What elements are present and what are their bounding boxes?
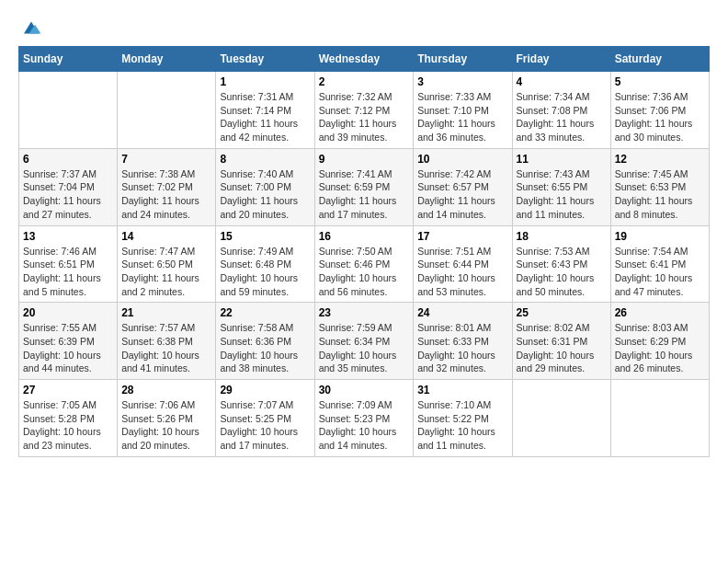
day-info: Sunrise: 8:01 AMSunset: 6:33 PMDaylight:…	[417, 321, 507, 375]
day-number: 29	[220, 384, 310, 396]
day-info: Sunrise: 7:40 AMSunset: 7:00 PMDaylight:…	[220, 167, 310, 222]
week-row-2: 6Sunrise: 7:37 AMSunset: 7:04 PMDaylight…	[19, 148, 710, 225]
day-info: Sunrise: 7:43 AMSunset: 6:55 PMDaylight:…	[517, 167, 607, 222]
day-info: Sunrise: 7:05 AMSunset: 5:28 PMDaylight:…	[23, 398, 113, 453]
day-number: 23	[319, 306, 410, 319]
day-info: Sunrise: 7:55 AMSunset: 6:39 PMDaylight:…	[23, 321, 113, 375]
week-row-1: 1Sunrise: 7:31 AMSunset: 7:14 PMDaylight…	[19, 72, 710, 149]
day-cell: 19Sunrise: 7:54 AMSunset: 6:41 PMDayligh…	[610, 225, 709, 303]
day-number: 27	[23, 384, 113, 396]
day-cell: 27Sunrise: 7:05 AMSunset: 5:28 PMDayligh…	[19, 380, 118, 457]
week-row-5: 27Sunrise: 7:05 AMSunset: 5:28 PMDayligh…	[19, 380, 710, 457]
day-info: Sunrise: 7:31 AMSunset: 7:14 PMDaylight:…	[220, 90, 310, 144]
day-number: 25	[517, 306, 607, 319]
day-number: 24	[417, 306, 507, 319]
day-info: Sunrise: 7:41 AMSunset: 6:59 PMDaylight:…	[319, 167, 410, 222]
day-number: 18	[517, 230, 607, 243]
day-cell: 22Sunrise: 7:58 AMSunset: 6:36 PMDayligh…	[216, 303, 314, 380]
day-cell: 18Sunrise: 7:53 AMSunset: 6:43 PMDayligh…	[512, 225, 610, 303]
day-cell: 31Sunrise: 7:10 AMSunset: 5:22 PMDayligh…	[414, 380, 512, 457]
day-info: Sunrise: 7:49 AMSunset: 6:48 PMDaylight:…	[220, 245, 310, 299]
day-cell: 7Sunrise: 7:38 AMSunset: 7:02 PMDaylight…	[118, 148, 216, 225]
header-thursday: Thursday	[414, 47, 512, 72]
calendar-table: SundayMondayTuesdayWednesdayThursdayFrid…	[18, 46, 710, 457]
day-cell: 29Sunrise: 7:07 AMSunset: 5:25 PMDayligh…	[216, 380, 314, 457]
day-cell: 28Sunrise: 7:06 AMSunset: 5:26 PMDayligh…	[118, 380, 216, 457]
day-cell: 1Sunrise: 7:31 AMSunset: 7:14 PMDaylight…	[216, 72, 314, 149]
day-number: 31	[417, 384, 507, 396]
header-wednesday: Wednesday	[314, 47, 414, 72]
day-info: Sunrise: 7:07 AMSunset: 5:25 PMDaylight:…	[220, 398, 310, 453]
day-number: 1	[220, 75, 310, 88]
week-row-3: 13Sunrise: 7:46 AMSunset: 6:51 PMDayligh…	[19, 225, 710, 303]
day-cell	[19, 72, 118, 149]
day-number: 12	[615, 153, 705, 166]
day-number: 16	[319, 230, 410, 243]
day-info: Sunrise: 8:02 AMSunset: 6:31 PMDaylight:…	[517, 321, 607, 375]
day-cell: 6Sunrise: 7:37 AMSunset: 7:04 PMDaylight…	[19, 148, 118, 225]
day-info: Sunrise: 7:10 AMSunset: 5:22 PMDaylight:…	[417, 398, 507, 453]
day-cell: 30Sunrise: 7:09 AMSunset: 5:23 PMDayligh…	[314, 380, 414, 457]
day-number: 26	[615, 306, 705, 319]
day-info: Sunrise: 7:09 AMSunset: 5:23 PMDaylight:…	[319, 398, 410, 453]
day-cell: 10Sunrise: 7:42 AMSunset: 6:57 PMDayligh…	[414, 148, 512, 225]
day-number: 8	[220, 153, 310, 166]
header-row: SundayMondayTuesdayWednesdayThursdayFrid…	[19, 47, 710, 72]
day-info: Sunrise: 7:46 AMSunset: 6:51 PMDaylight:…	[23, 245, 113, 299]
day-number: 10	[417, 153, 507, 166]
day-cell: 20Sunrise: 7:55 AMSunset: 6:39 PMDayligh…	[19, 303, 118, 380]
day-cell: 15Sunrise: 7:49 AMSunset: 6:48 PMDayligh…	[216, 225, 314, 303]
day-number: 13	[23, 230, 113, 243]
header-saturday: Saturday	[610, 47, 709, 72]
day-number: 4	[517, 75, 607, 88]
day-number: 11	[517, 153, 607, 166]
logo	[18, 18, 42, 37]
day-info: Sunrise: 8:03 AMSunset: 6:29 PMDaylight:…	[615, 321, 705, 375]
day-cell	[118, 72, 216, 149]
day-number: 20	[23, 306, 113, 319]
day-info: Sunrise: 7:37 AMSunset: 7:04 PMDaylight:…	[23, 167, 113, 222]
day-cell: 5Sunrise: 7:36 AMSunset: 7:06 PMDaylight…	[610, 72, 709, 149]
day-cell	[512, 380, 610, 457]
day-info: Sunrise: 7:58 AMSunset: 6:36 PMDaylight:…	[220, 321, 310, 375]
day-info: Sunrise: 7:34 AMSunset: 7:08 PMDaylight:…	[517, 90, 607, 144]
day-info: Sunrise: 7:53 AMSunset: 6:43 PMDaylight:…	[517, 245, 607, 299]
day-cell: 13Sunrise: 7:46 AMSunset: 6:51 PMDayligh…	[19, 225, 118, 303]
day-number: 6	[23, 153, 113, 166]
page-header	[18, 18, 710, 37]
day-cell: 9Sunrise: 7:41 AMSunset: 6:59 PMDaylight…	[314, 148, 414, 225]
day-number: 9	[319, 153, 410, 166]
day-cell	[610, 380, 709, 457]
day-cell: 14Sunrise: 7:47 AMSunset: 6:50 PMDayligh…	[118, 225, 216, 303]
day-number: 15	[220, 230, 310, 243]
day-number: 30	[319, 384, 410, 396]
day-cell: 11Sunrise: 7:43 AMSunset: 6:55 PMDayligh…	[512, 148, 610, 225]
day-number: 2	[319, 75, 410, 88]
day-info: Sunrise: 7:36 AMSunset: 7:06 PMDaylight:…	[615, 90, 705, 144]
day-cell: 4Sunrise: 7:34 AMSunset: 7:08 PMDaylight…	[512, 72, 610, 149]
day-cell: 16Sunrise: 7:50 AMSunset: 6:46 PMDayligh…	[314, 225, 414, 303]
day-info: Sunrise: 7:57 AMSunset: 6:38 PMDaylight:…	[121, 321, 211, 375]
header-monday: Monday	[118, 47, 216, 72]
day-info: Sunrise: 7:06 AMSunset: 5:26 PMDaylight:…	[121, 398, 211, 453]
day-info: Sunrise: 7:54 AMSunset: 6:41 PMDaylight:…	[615, 245, 705, 299]
day-cell: 12Sunrise: 7:45 AMSunset: 6:53 PMDayligh…	[610, 148, 709, 225]
day-info: Sunrise: 7:59 AMSunset: 6:34 PMDaylight:…	[319, 321, 410, 375]
day-info: Sunrise: 7:38 AMSunset: 7:02 PMDaylight:…	[121, 167, 211, 222]
day-cell: 17Sunrise: 7:51 AMSunset: 6:44 PMDayligh…	[414, 225, 512, 303]
day-number: 21	[121, 306, 211, 319]
day-cell: 24Sunrise: 8:01 AMSunset: 6:33 PMDayligh…	[414, 303, 512, 380]
day-number: 7	[121, 153, 211, 166]
day-number: 22	[220, 306, 310, 319]
day-number: 28	[121, 384, 211, 396]
day-cell: 26Sunrise: 8:03 AMSunset: 6:29 PMDayligh…	[610, 303, 709, 380]
day-number: 5	[615, 75, 705, 88]
day-info: Sunrise: 7:51 AMSunset: 6:44 PMDaylight:…	[417, 245, 507, 299]
day-cell: 8Sunrise: 7:40 AMSunset: 7:00 PMDaylight…	[216, 148, 314, 225]
day-info: Sunrise: 7:32 AMSunset: 7:12 PMDaylight:…	[319, 90, 410, 144]
day-info: Sunrise: 7:47 AMSunset: 6:50 PMDaylight:…	[121, 245, 211, 299]
day-number: 19	[615, 230, 705, 243]
day-info: Sunrise: 7:42 AMSunset: 6:57 PMDaylight:…	[417, 167, 507, 222]
day-cell: 25Sunrise: 8:02 AMSunset: 6:31 PMDayligh…	[512, 303, 610, 380]
day-number: 3	[417, 75, 507, 88]
